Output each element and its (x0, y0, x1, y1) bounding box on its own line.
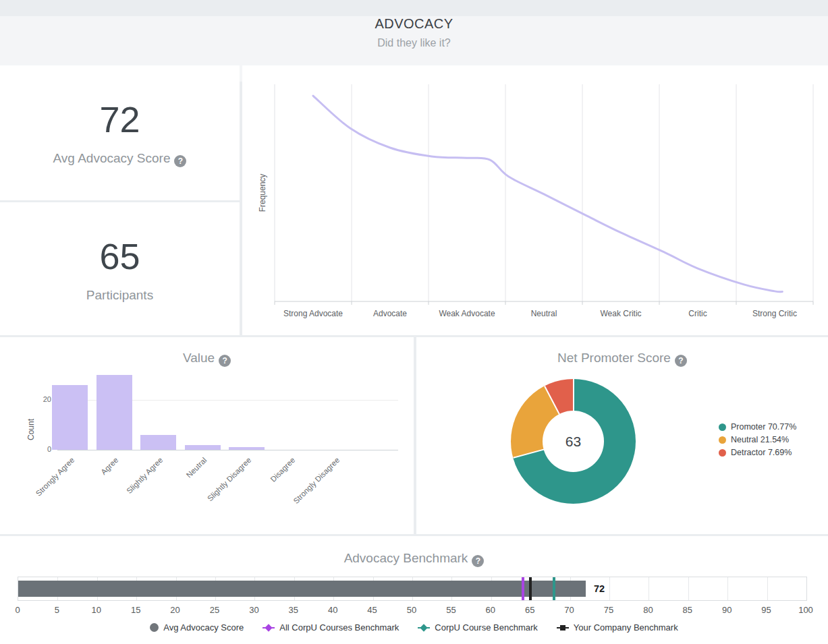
help-icon[interactable]: ? (174, 155, 186, 167)
benchmark-legend-label: CorpU Course Benchmark (435, 622, 537, 633)
benchmark-legend-item[interactable]: All CorpU Courses Benchmark (263, 622, 399, 633)
benchmark-tick-label: 5 (55, 605, 59, 615)
benchmark-tick-label: 60 (486, 605, 495, 615)
participants-value: 65 (99, 235, 140, 277)
frequency-curve-line (313, 96, 782, 292)
benchmark-legend-label: All CorpU Courses Benchmark (279, 622, 399, 633)
benchmark-score-label: 72 (594, 581, 605, 597)
nps-legend-dot (719, 449, 726, 457)
benchmark-tick-label: 100 (798, 605, 813, 615)
help-icon[interactable]: ? (675, 355, 687, 367)
frequency-y-axis-label: Frequency (258, 174, 267, 212)
value-category-label: Neutral (131, 456, 209, 533)
benchmark-legend-label: Avg Advocacy Score (163, 622, 244, 633)
value-y-tick: 20 (35, 395, 51, 403)
benchmark-tick-label: 45 (367, 605, 377, 615)
value-y-axis-label: Count (26, 419, 36, 440)
legend-marker-shape (420, 624, 428, 631)
benchmark-tick-label: 30 (249, 605, 258, 615)
page-title: ADVOCACY (0, 16, 828, 32)
benchmark-gridline (688, 577, 689, 600)
benchmark-tick-label: 50 (407, 605, 416, 615)
value-chart-panel: Value? Count 200Strongly AgreeAgreeSligh… (0, 337, 414, 534)
x-axis-category-label: Weak Advocate (439, 309, 495, 318)
benchmark-legend-item[interactable]: Your Company Benchmark (557, 622, 678, 633)
avg-advocacy-score-value: 72 (99, 98, 140, 140)
benchmark-marker (529, 577, 532, 600)
benchmark-tick-label: 70 (564, 605, 574, 615)
benchmark-marker (522, 577, 524, 600)
benchmark-legend: Avg Advocacy ScoreAll CorpU Courses Benc… (0, 622, 828, 633)
benchmark-legend-item[interactable]: Avg Advocacy Score (150, 622, 244, 633)
benchmark-tick-label: 15 (131, 605, 140, 615)
x-axis-category-label: Advocate (373, 309, 407, 318)
benchmark-title: Advocacy Benchmark? (0, 551, 828, 567)
advocacy-frequency-chart: Strong AdvocateAdvocateWeak AdvocateNeut… (242, 65, 828, 335)
legend-circle-marker-icon (150, 623, 159, 632)
nps-legend-item[interactable]: Promoter 70.77% (719, 422, 796, 432)
nps-donut-chart: 63 (511, 379, 636, 504)
avg-advocacy-score-label: Avg Advocacy Score? (53, 151, 187, 167)
nps-legend-dot (719, 423, 726, 431)
value-bar (140, 435, 176, 450)
benchmark-gridline (767, 577, 768, 600)
value-bar (185, 445, 221, 450)
nps-title: Net Promoter Score? (416, 351, 828, 367)
benchmark-gridline (609, 577, 610, 600)
benchmark-legend-label: Your Company Benchmark (574, 622, 678, 633)
benchmark-legend-item[interactable]: CorpU Course Benchmark (418, 622, 537, 633)
benchmark-tick-label: 40 (328, 605, 337, 615)
x-axis-category-label: Strong Advocate (283, 309, 343, 318)
benchmark-tick-label: 75 (604, 605, 613, 615)
benchmark-tick-label: 65 (525, 605, 534, 615)
benchmark-tick-label: 25 (210, 605, 219, 615)
participants-card: 65 Participants (0, 202, 240, 335)
value-category-label: Strongly Disagree (263, 456, 341, 533)
value-category-label: Agree (43, 456, 120, 533)
frequency-curve-plot: Strong AdvocateAdvocateWeak AdvocateNeut… (242, 65, 828, 335)
legend-line-marker-icon (557, 623, 569, 632)
benchmark-tick-label: 10 (92, 605, 101, 615)
nps-legend-item[interactable]: Neutral 21.54% (719, 435, 796, 444)
help-icon[interactable]: ? (472, 555, 484, 567)
nps-legend-item[interactable]: Detractor 7.69% (719, 448, 796, 457)
benchmark-tick-label: 20 (170, 605, 180, 615)
x-axis-category-label: Neutral (531, 309, 557, 318)
legend-line-marker-icon (418, 623, 430, 632)
legend-marker-shape (265, 624, 273, 631)
nps-center-value: 63 (543, 411, 604, 472)
benchmark-tick-label: 95 (761, 605, 771, 615)
value-category-label: Strongly Agree (0, 456, 76, 533)
value-category-label: Slightly Agree (86, 456, 164, 533)
value-category-label: Disagree (219, 456, 297, 533)
x-axis-category-label: Critic (688, 309, 707, 318)
x-axis-category-label: Weak Critic (600, 309, 641, 318)
nps-legend: Promoter 70.77%Neutral 21.54%Detractor 7… (719, 422, 796, 461)
benchmark-tick-label: 55 (446, 605, 456, 615)
benchmark-score-bar (18, 581, 586, 597)
benchmark-track: 72 (18, 577, 807, 601)
benchmark-gridline (727, 577, 728, 600)
value-chart-title: Value? (0, 351, 414, 367)
nps-legend-dot (719, 436, 726, 444)
value-category-label: Slightly Disagree (175, 456, 252, 533)
value-y-tick: 0 (35, 445, 51, 453)
page-subtitle: Did they like it? (0, 37, 828, 49)
legend-line-marker-icon (263, 623, 275, 632)
value-bar (229, 447, 265, 450)
value-bar (96, 375, 132, 450)
benchmark-gridline (648, 577, 649, 600)
legend-marker-shape (560, 625, 565, 631)
avg-advocacy-score-card: 72 Avg Advocacy Score? (0, 65, 240, 200)
benchmark-tick-label: 0 (15, 605, 20, 615)
benchmark-tick-label: 90 (722, 605, 732, 615)
nps-legend-label: Promoter 70.77% (731, 422, 796, 432)
benchmark-tick-label: 35 (289, 605, 298, 615)
benchmark-tick-label: 85 (683, 605, 692, 615)
advocacy-benchmark-panel: Advocacy Benchmark? 72 05101520253035404… (0, 536, 828, 644)
x-axis-category-label: Strong Critic (752, 309, 797, 318)
x-axis-baseline (57, 450, 398, 450)
help-icon[interactable]: ? (219, 355, 231, 367)
nps-legend-label: Detractor 7.69% (731, 448, 792, 457)
nps-legend-label: Neutral 21.54% (731, 435, 789, 444)
